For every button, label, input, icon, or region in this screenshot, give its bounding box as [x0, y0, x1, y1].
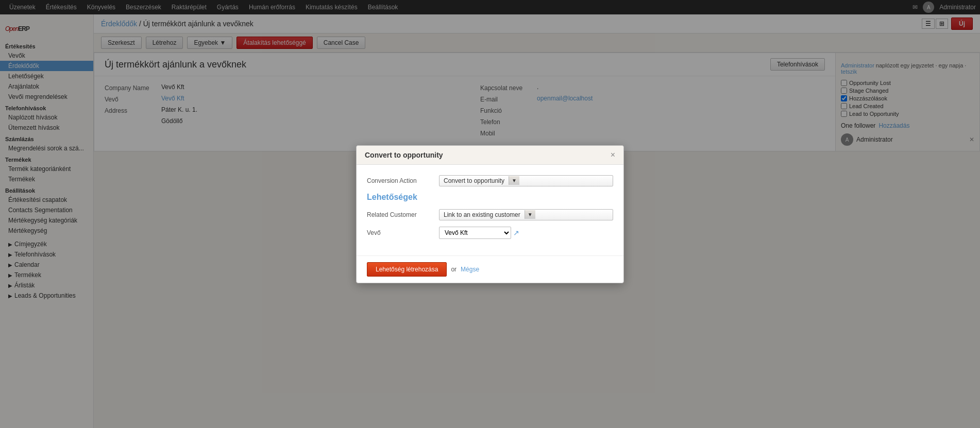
modal-close-button[interactable]: × — [611, 151, 615, 159]
conversion-action-field: Convert to opportunity ▼ — [439, 175, 613, 186]
related-customer-select[interactable]: Link to an existing customer ▼ — [439, 209, 613, 220]
conversion-action-row: Conversion Action Convert to opportunity… — [367, 175, 613, 186]
modal-header: Convert to opportunity × — [357, 146, 623, 165]
vevo-external-link-btn[interactable]: ↗ — [513, 229, 519, 237]
conversion-action-arrow[interactable]: ▼ — [509, 176, 519, 185]
convert-modal: Convert to opportunity × Conversion Acti… — [356, 145, 624, 283]
modal-overlay[interactable]: Convert to opportunity × Conversion Acti… — [0, 0, 980, 428]
vevo-field-container: Vevő Kft ↗ — [439, 227, 613, 239]
conversion-action-label: Conversion Action — [367, 177, 439, 184]
vevo-row: Vevő Vevő Kft ↗ — [367, 227, 613, 239]
vevo-label: Vevő — [367, 229, 439, 236]
conversion-action-value: Convert to opportunity — [440, 176, 509, 186]
related-customer-row: Related Customer Link to an existing cus… — [367, 209, 613, 220]
vevo-select[interactable]: Vevő Kft — [439, 227, 511, 239]
create-opportunity-button[interactable]: Lehetőség létrehozása — [367, 262, 447, 277]
modal-cancel-link[interactable]: Mégse — [461, 266, 479, 273]
related-customer-arrow[interactable]: ▼ — [525, 210, 535, 219]
modal-title: Convert to opportunity — [365, 151, 443, 159]
modal-section-title: Lehetőségek — [367, 193, 613, 202]
related-customer-field: Link to an existing customer ▼ — [439, 209, 613, 220]
related-customer-label: Related Customer — [367, 211, 439, 218]
modal-footer: Lehetőség létrehozása or Mégse — [357, 255, 623, 283]
modal-or-text: or — [451, 266, 457, 273]
conversion-action-select[interactable]: Convert to opportunity ▼ — [439, 175, 613, 186]
related-customer-value: Link to an existing customer — [440, 210, 525, 220]
modal-body: Conversion Action Convert to opportunity… — [357, 165, 623, 255]
